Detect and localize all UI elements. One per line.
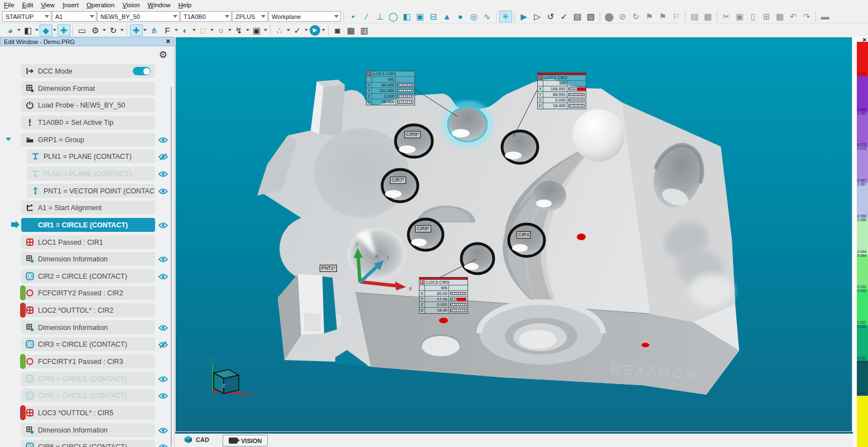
- eye-visible-icon[interactable]: [158, 375, 168, 382]
- path-points-icon[interactable]: ∴: [273, 25, 286, 36]
- eye-visible-icon[interactable]: [158, 170, 168, 177]
- menu-edit[interactable]: Edit: [18, 1, 37, 9]
- dropdown-caret[interactable]: [304, 25, 308, 36]
- mark-check-icon[interactable]: ✓: [291, 25, 304, 36]
- tree-item-dimension[interactable]: Dimension Information: [21, 320, 155, 334]
- tree-item-cir5[interactable]: CIR5 = CIRCLE (CONTACT): [21, 388, 155, 402]
- tree-item-loc3[interactable]: LOC3 *OUTTOL* : CIR5: [21, 406, 155, 420]
- eye-hidden-icon[interactable]: [158, 153, 168, 160]
- tree-item-load[interactable]: Load Probe - NEW5_BY_50: [21, 98, 155, 112]
- cad-viewport[interactable]: HEXAGON x y z X Y Z LOC1 CIR1MSX80.000Y1…: [175, 37, 852, 432]
- menu-insert[interactable]: Insert: [59, 1, 83, 9]
- mark-icon[interactable]: ✓: [558, 11, 571, 22]
- gage-icon[interactable]: □: [197, 25, 210, 36]
- dropdown-caret[interactable]: [286, 25, 291, 36]
- tree-item-a1[interactable]: A1 = Start Alignment: [21, 201, 155, 215]
- expander-icon[interactable]: [6, 138, 11, 141]
- menu-operation[interactable]: Operation: [83, 1, 119, 9]
- sphere-view-icon[interactable]: ◐: [179, 25, 192, 36]
- feature-tag-cir8[interactable]: CIR8*: [404, 131, 421, 138]
- goto-icon[interactable]: ↻: [630, 11, 643, 22]
- tree-item-grp1[interactable]: GRP1 = Group: [21, 133, 155, 147]
- paste-icon[interactable]: ▯: [747, 11, 760, 22]
- probe-orient-icon[interactable]: ◕: [4, 25, 17, 36]
- close-icon[interactable]: ✕: [166, 38, 171, 45]
- cut-icon[interactable]: ✂: [720, 11, 733, 22]
- point-feature-icon[interactable]: •: [347, 11, 360, 22]
- settings-icon[interactable]: ⚙: [89, 25, 102, 36]
- tree-item-cir4[interactable]: CIR4 = CIRCLE (CONTACT): [21, 372, 155, 386]
- cone-feature-icon[interactable]: ▲: [441, 11, 454, 22]
- cylinder-feature-icon[interactable]: ⊟: [427, 11, 440, 22]
- perpendicular-feature-icon[interactable]: ⊥: [374, 11, 387, 22]
- camera-icon[interactable]: ◙: [331, 25, 344, 36]
- workplane-combo[interactable]: Workplane: [268, 11, 341, 22]
- tree-item-cir1[interactable]: CIR1 = CIRCLE (CONTACT): [21, 218, 155, 232]
- dropdown-caret[interactable]: [245, 25, 250, 36]
- dropdown-caret[interactable]: [192, 25, 196, 36]
- comment-icon[interactable]: ▭: [76, 25, 89, 36]
- feature-list-icon[interactable]: F: [161, 25, 174, 36]
- bookmark-add-icon[interactable]: ⚑: [657, 11, 669, 22]
- tree-item-dimension[interactable]: Dimension Information: [21, 252, 155, 266]
- gear-icon[interactable]: ⚙: [159, 49, 167, 61]
- play-icon[interactable]: ▶: [310, 25, 320, 36]
- axes-combo[interactable]: A1: [52, 11, 97, 22]
- quick-path-icon[interactable]: ↯: [233, 25, 245, 36]
- tree-item-t1a0b0[interactable]: T1A0B0 = Set Active Tip: [21, 115, 155, 129]
- menu-vision[interactable]: Vision: [118, 1, 143, 9]
- dropdown-caret[interactable]: [35, 25, 39, 36]
- tree-item-fcfcirty2[interactable]: FCFCIRTY2 Passed : CIR2: [21, 286, 155, 300]
- curve-feature-icon[interactable]: ∿: [481, 11, 494, 22]
- feature-tag-cir7[interactable]: CIR7*: [390, 177, 406, 184]
- copy-pattern-icon[interactable]: ▣: [250, 25, 263, 36]
- measurement-label-loc1-cir1[interactable]: LOC1 CIR1MSX80.000Y101.000Z0.000D16.400: [366, 71, 415, 105]
- probe-toggle-icon[interactable]: ⋔: [148, 25, 161, 36]
- workplane-axis-combo[interactable]: ZPLUS: [232, 11, 268, 22]
- menu-window[interactable]: Window: [144, 1, 175, 9]
- auto-feature-icon[interactable]: ✳: [499, 11, 512, 22]
- eye-visible-icon[interactable]: [158, 221, 168, 229]
- dropdown-caret[interactable]: [174, 25, 179, 36]
- tab-cad[interactable]: CAD: [184, 435, 209, 444]
- loop-icon[interactable]: ↺: [544, 11, 557, 22]
- dropdown-caret[interactable]: [17, 25, 21, 36]
- feature-tag-cir6[interactable]: CIR6*: [415, 225, 431, 232]
- paste-special-icon[interactable]: ⊞: [760, 11, 773, 22]
- rotate-view-icon[interactable]: ↻: [107, 25, 120, 36]
- tree-item-loc2[interactable]: LOC2 *OUTTOL* : CIR2: [21, 303, 155, 317]
- dropdown-caret[interactable]: [228, 25, 232, 36]
- pan-view-icon[interactable]: ✚: [57, 25, 70, 36]
- tree-item-dcc[interactable]: DCC Mode: [21, 64, 155, 78]
- dropdown-caret[interactable]: [321, 25, 326, 36]
- menu-help[interactable]: Help: [174, 1, 195, 9]
- tree-item-cir3[interactable]: CIR3 = CIRCLE (CONTACT): [21, 337, 155, 351]
- panel-scrollbar[interactable]: [171, 87, 172, 446]
- view-cube-icon[interactable]: ◧: [22, 25, 35, 36]
- graphic-window-icon[interactable]: ▥: [358, 25, 371, 36]
- alignment-combo[interactable]: STARTUP: [2, 11, 51, 22]
- circle-gage-icon[interactable]: ○: [215, 25, 228, 36]
- dropdown-caret[interactable]: [210, 25, 214, 36]
- eye-visible-icon[interactable]: [158, 426, 168, 434]
- sphere-feature-icon[interactable]: ●: [454, 11, 467, 22]
- break-icon[interactable]: ⬤: [603, 11, 616, 22]
- tree-item-pnt1[interactable]: PNT1 = VECTOR POINT (CONTAC: [27, 184, 155, 198]
- dropdown-caret[interactable]: [263, 25, 268, 36]
- feature-tag-cir4[interactable]: CIR4: [517, 231, 531, 239]
- measurement-label-loc3-cir5[interactable]: LOC3 CIR5MSX80.00Y17.00Z0.000D16.40: [419, 277, 468, 314]
- circle-feature-icon[interactable]: ◯: [387, 11, 400, 22]
- clear-marked-icon[interactable]: ▧: [585, 11, 597, 22]
- measurement-label-loc2-cir2[interactable]: LOC2 CIR2MSX108.991Y88.991Z0.000D16.400: [537, 72, 586, 109]
- execute-icon[interactable]: ▶: [518, 11, 531, 22]
- tree-item-pln2[interactable]: PLN2 = PLANE (CONTACT): [27, 167, 155, 181]
- redo-icon[interactable]: ↷: [801, 11, 813, 22]
- eye-visible-icon[interactable]: [158, 136, 168, 143]
- report-window-icon[interactable]: ▦: [345, 25, 358, 36]
- execute-from-icon[interactable]: ▷: [531, 11, 544, 22]
- tree-item-fcfcirty1[interactable]: FCFCIRTY1 Passed : CIR3: [21, 354, 155, 368]
- torus-feature-icon[interactable]: ◎: [467, 11, 480, 22]
- feature-tag-pnt1[interactable]: PNT1*: [320, 265, 337, 272]
- mark-used-icon[interactable]: ▤: [571, 11, 584, 22]
- square-feature-icon[interactable]: ▣: [414, 11, 427, 22]
